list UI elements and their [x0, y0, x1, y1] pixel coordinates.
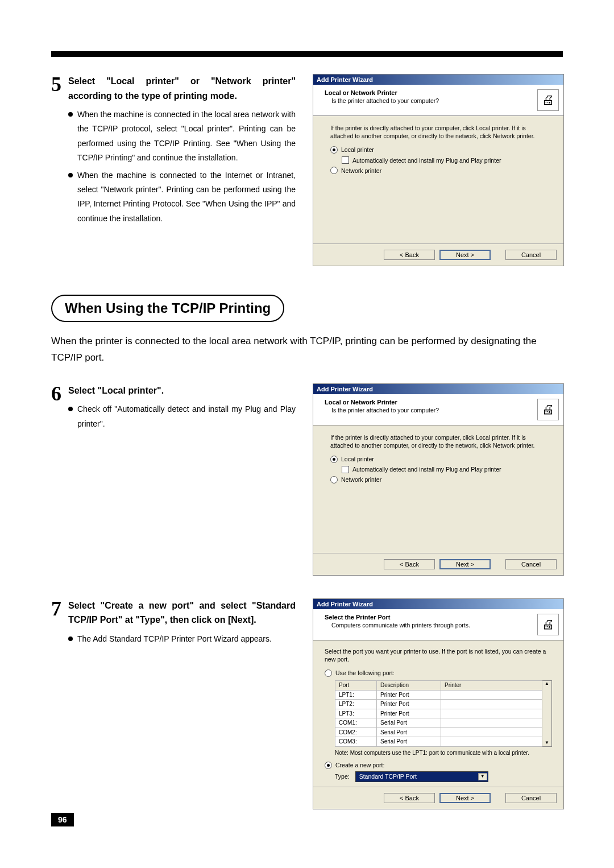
radio-icon — [330, 456, 338, 463]
step-7-row: 7 Select "Create a new port" and select … — [51, 598, 563, 809]
checkbox-icon — [342, 156, 349, 164]
radio-network-label: Network printer — [341, 167, 381, 175]
bullet-icon — [68, 173, 73, 177]
radio-local-printer[interactable]: Local printer — [330, 455, 546, 463]
bullet-icon — [68, 112, 73, 117]
wizard-header-sub: Computers communicate with printers thro… — [325, 622, 541, 629]
step-7-text: 7 Select "Create a new port" and select … — [51, 598, 296, 809]
step-7-bullet-1: The Add Standard TCP/IP Printer Port Wiz… — [68, 632, 296, 646]
col-port: Port — [335, 681, 377, 691]
radio-create-label: Create a new port: — [335, 761, 384, 769]
type-value: Standard TCP/IP Port — [359, 772, 417, 780]
next-button[interactable]: Next > — [439, 250, 491, 260]
table-row[interactable]: LPT3:Printer Port — [335, 709, 542, 718]
printer-icon: 🖨 — [537, 399, 559, 420]
wizard-instruction: If the printer is directly attached to y… — [330, 124, 546, 140]
content: 5 Select "Local printer" or "Network pri… — [51, 74, 563, 809]
radio-network-label: Network printer — [341, 476, 381, 483]
wizard-header-sub: Is the printer attached to your computer… — [325, 97, 541, 104]
radio-icon — [325, 762, 332, 769]
page-number: 96 — [51, 813, 74, 826]
step-5-bullet-2-text: When the machine is connected to the Int… — [77, 168, 296, 226]
wizard-header-sub: Is the printer attached to your computer… — [325, 407, 541, 414]
radio-create-new-port[interactable]: Create a new port: — [325, 761, 552, 769]
wizard-step7: Add Printer Wizard Select the Printer Po… — [313, 598, 564, 809]
wizard-header: Local or Network Printer Is the printer … — [313, 85, 563, 116]
radio-network-printer[interactable]: Network printer — [330, 167, 546, 175]
printer-icon: 🖨 — [537, 614, 559, 635]
wizard-footer: < Back Next > Cancel — [313, 243, 563, 266]
step-5-body: Select "Local printer" or "Network print… — [68, 74, 296, 229]
step-6-heading: Select "Local printer". — [68, 383, 296, 398]
wizard-instruction: Select the port you want your printer to… — [325, 647, 552, 663]
wizard-body: If the printer is directly attached to y… — [313, 116, 563, 243]
scrollbar[interactable]: ▲ ▼ — [542, 680, 552, 747]
next-button[interactable]: Next > — [439, 793, 491, 803]
table-row[interactable]: COM1:Serial Port — [335, 718, 542, 728]
port-table[interactable]: Port Description Printer LPT1:Printer Po… — [335, 680, 542, 747]
wizard-footer: < Back Next > Cancel — [313, 553, 563, 575]
wizard-title: Add Printer Wizard — [313, 75, 563, 85]
back-button[interactable]: < Back — [384, 559, 435, 569]
step-7-body: Select "Create a new port" and select "S… — [68, 598, 296, 650]
type-row: Type: Standard TCP/IP Port ▼ — [335, 771, 552, 782]
wizard-body: Select the port you want your printer to… — [313, 640, 563, 787]
radio-icon — [325, 669, 332, 677]
next-button[interactable]: Next > — [439, 559, 491, 569]
type-label: Type: — [335, 772, 350, 780]
back-button[interactable]: < Back — [384, 793, 435, 803]
section-intro: When the printer is connected to the loc… — [51, 333, 563, 366]
table-row[interactable]: LPT1:Printer Port — [335, 690, 542, 700]
table-row[interactable]: COM2:Serial Port — [335, 728, 542, 737]
radio-local-printer[interactable]: Local printer — [330, 146, 546, 154]
step-5-row: 5 Select "Local printer" or "Network pri… — [51, 74, 563, 266]
section-heading-wrap: When Using the TCP/IP Printing — [51, 295, 563, 322]
checkbox-auto-detect[interactable]: Automatically detect and install my Plug… — [330, 465, 546, 473]
wizard-footer: < Back Next > Cancel — [313, 787, 563, 809]
wizard-header: Local or Network Printer Is the printer … — [313, 394, 563, 425]
step-7-number: 7 — [51, 598, 61, 619]
table-header-row: Port Description Printer — [335, 681, 542, 691]
bullet-icon — [68, 636, 73, 641]
radio-network-printer[interactable]: Network printer — [330, 476, 546, 483]
wizard-step5: Add Printer Wizard Local or Network Prin… — [313, 74, 564, 266]
scroll-up-icon[interactable]: ▲ — [545, 681, 549, 687]
step-5-bullet-2: When the machine is connected to the Int… — [68, 168, 296, 226]
step-6-bullet-1-text: Check off "Automatically detect and inst… — [77, 402, 296, 431]
checkbox-auto-label: Automatically detect and install my Plug… — [352, 156, 501, 164]
checkbox-auto-label: Automatically detect and install my Plug… — [352, 465, 501, 473]
step-5-heading: Select "Local printer" or "Network print… — [68, 74, 296, 103]
step-6-body: Select "Local printer". Check off "Autom… — [68, 383, 296, 435]
wizard-header-title: Local or Network Printer — [325, 89, 541, 96]
table-row[interactable]: LPT2:Printer Port — [335, 700, 542, 709]
step-7-heading: Select "Create a new port" and select "S… — [68, 598, 296, 627]
section-heading: When Using the TCP/IP Printing — [51, 295, 284, 322]
wizard-title: Add Printer Wizard — [313, 384, 563, 394]
wizard-step6: Add Printer Wizard Local or Network Prin… — [313, 383, 564, 576]
wizard-header-title: Local or Network Printer — [325, 399, 541, 406]
bullet-icon — [68, 407, 73, 411]
scroll-down-icon[interactable]: ▼ — [545, 740, 549, 746]
checkbox-auto-detect[interactable]: Automatically detect and install my Plug… — [330, 156, 546, 164]
step-5-number: 5 — [51, 74, 61, 94]
table-row[interactable]: COM3:Serial Port — [335, 737, 542, 747]
type-dropdown[interactable]: Standard TCP/IP Port ▼ — [355, 771, 488, 782]
radio-use-following-port[interactable]: Use the following port: — [325, 669, 552, 677]
page: 5 Select "Local printer" or "Network pri… — [0, 0, 614, 855]
wizard-body: If the printer is directly attached to y… — [313, 425, 563, 553]
step-5-bullet-1: When the machine is connected in the loc… — [68, 108, 296, 165]
step-5-bullet-1-text: When the machine is connected in the loc… — [77, 108, 296, 165]
chevron-down-icon: ▼ — [478, 773, 487, 780]
step-7-bullet-1-text: The Add Standard TCP/IP Printer Port Wiz… — [77, 632, 296, 646]
back-button[interactable]: < Back — [384, 250, 435, 260]
cancel-button[interactable]: Cancel — [505, 250, 557, 260]
radio-icon — [330, 146, 338, 154]
radio-local-label: Local printer — [341, 455, 374, 463]
cancel-button[interactable]: Cancel — [505, 559, 557, 569]
port-note: Note: Most computers use the LPT1: port … — [335, 749, 552, 757]
step-6-number: 6 — [51, 383, 61, 404]
step-6-row: 6 Select "Local printer". Check off "Aut… — [51, 383, 563, 576]
cancel-button[interactable]: Cancel — [505, 793, 557, 803]
col-desc: Description — [377, 681, 441, 691]
step-6-text: 6 Select "Local printer". Check off "Aut… — [51, 383, 296, 576]
